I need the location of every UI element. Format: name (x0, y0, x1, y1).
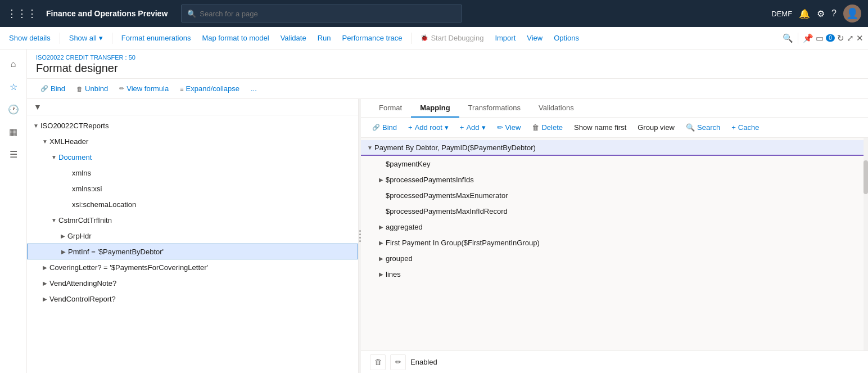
expand-icon[interactable]: ⤢ (847, 33, 854, 43)
right-tree-item-processedmax[interactable]: $processedPaymentsMaxEnumerator (361, 187, 868, 203)
refresh-icon[interactable]: ↻ (837, 33, 844, 43)
app-grid-icon[interactable]: ⋮⋮⋮ (7, 7, 37, 20)
tree-item-cstmr[interactable]: ▼ CstmrCdtTrfInitn (27, 212, 358, 228)
help-icon[interactable]: ? (831, 8, 837, 19)
run-button[interactable]: Run (313, 32, 336, 44)
tree-item-vendcontrol[interactable]: ▶ VendControlReport? (27, 291, 358, 307)
add-root-button[interactable]: + Add root ▾ (404, 121, 453, 134)
tree-item-xmlheader[interactable]: ▼ XMLHeader (27, 133, 358, 149)
tree-label-xmlns: xmlns (72, 169, 91, 177)
right-view-button[interactable]: ✏ View (492, 121, 526, 134)
tab-format[interactable]: Format (370, 99, 411, 118)
cache-button[interactable]: + Cache (727, 121, 763, 134)
unbind-button[interactable]: 🗑 Unbind (72, 82, 112, 95)
performance-trace-label: Performance trace (342, 34, 403, 42)
search-icon: 🔍 (187, 10, 196, 18)
tree-item-xsischema[interactable]: xsi:schemaLocation (27, 196, 358, 212)
view-formula-button[interactable]: ✏ View formula (115, 82, 173, 95)
settings-icon[interactable]: ⚙ (817, 8, 825, 19)
right-tree-item-firstpayment[interactable]: ▶ First Payment In Group($FirstPaymentIn… (361, 235, 868, 250)
tree-item-grphdr[interactable]: ▶ GrpHdr (27, 228, 358, 244)
tree-item-iso[interactable]: ▼ ISO20022CTReports (27, 118, 358, 133)
view-button[interactable]: View (522, 32, 547, 44)
import-button[interactable]: Import (490, 32, 520, 44)
show-name-first-button[interactable]: Show name first (569, 121, 631, 134)
star-icon[interactable]: ☆ (3, 77, 24, 97)
right-bind-label: Bind (382, 123, 397, 132)
map-format-label: Map format to model (202, 34, 269, 42)
tree-label-paymentkey: $paymentKey (386, 160, 431, 168)
import-label: Import (495, 34, 516, 42)
chevron-payment: ▼ (365, 143, 374, 152)
avatar[interactable]: 👤 (843, 5, 861, 23)
start-debugging-button[interactable]: 🐞 Start Debugging (416, 32, 488, 44)
right-tree-item-grouped[interactable]: ▶ grouped (361, 250, 868, 266)
group-view-button[interactable]: Group view (633, 121, 679, 134)
right-scrollbar[interactable] (864, 138, 868, 350)
delete-button[interactable]: 🗑 Delete (527, 121, 567, 134)
separator-2 (112, 33, 112, 44)
separator-3 (411, 33, 412, 44)
chevron-paymentkey (377, 159, 386, 168)
chevron-xmlns (63, 168, 72, 177)
show-all-label: Show all (69, 34, 97, 42)
tree-item-xmlnsxsi[interactable]: xmlns:xsi (27, 181, 358, 196)
tree-item-document[interactable]: ▼ Document (27, 149, 358, 165)
options-label: Options (554, 34, 579, 42)
tree-item-vendattend[interactable]: ▶ VendAttendingNote? (27, 275, 358, 291)
performance-trace-button[interactable]: Performance trace (338, 32, 407, 44)
tree-item-pmtinf[interactable]: ▶ PmtInf = '$PaymentByDebtor' (27, 244, 358, 259)
notification-icon[interactable]: 🔔 (799, 8, 810, 19)
view-label: View (527, 34, 542, 42)
page-title: Format designer (36, 62, 859, 78)
recent-icon[interactable]: 🕐 (3, 99, 24, 119)
close-icon[interactable]: ✕ (856, 33, 864, 43)
breadcrumb: ISO20022 CREDIT TRANSFER : 50 (36, 54, 859, 61)
filter-icon[interactable]: ▼ (34, 102, 42, 111)
search-icon-toolbar[interactable]: 🔍 (783, 33, 793, 43)
search-bar[interactable]: 🔍 (181, 5, 462, 23)
right-tree-item-paymentkey[interactable]: $paymentKey (361, 156, 868, 172)
tree-item-covering[interactable]: ▶ CoveringLetter? = '$PaymentsForCoverin… (27, 259, 358, 275)
tab-transformations[interactable]: Transformations (459, 99, 530, 118)
run-label: Run (318, 34, 331, 42)
search-button[interactable]: 🔍 Search (681, 121, 725, 134)
list-icon[interactable]: ☰ (3, 144, 24, 164)
pin-icon[interactable]: 📌 (803, 33, 813, 43)
right-tree-item-processedids[interactable]: ▶ $processedPaymentsInfIds (361, 172, 868, 187)
chevron-lines: ▶ (377, 269, 386, 278)
tree-label-vendcontrol: VendControlReport? (49, 295, 116, 303)
tree-label-processedids: $processedPaymentsInfIds (386, 176, 474, 184)
show-all-button[interactable]: Show all ▾ (65, 32, 107, 44)
tree-item-xmlns[interactable]: xmlns (27, 165, 358, 181)
show-details-button[interactable]: Show details (4, 32, 55, 44)
format-enumerations-button[interactable]: Format enumerations (117, 32, 196, 44)
chevron-processedrecord (377, 206, 386, 215)
right-tree-item-lines[interactable]: ▶ lines (361, 266, 868, 282)
edit-status-button[interactable]: ✏ (390, 354, 406, 370)
show-all-dropdown-icon: ▾ (99, 34, 103, 42)
search-input[interactable] (200, 10, 456, 18)
right-tree-item-payment[interactable]: ▼ Payment By Debtor, PaymID($PaymentByDe… (361, 140, 868, 156)
right-tree-item-aggregated[interactable]: ▶ aggregated (361, 219, 868, 235)
expand-collapse-button[interactable]: ≡ Expand/collapse (175, 82, 244, 95)
unbind-label: Unbind (85, 84, 108, 93)
chevron-xmlnsxsi (63, 184, 72, 193)
options-button[interactable]: Options (549, 32, 584, 44)
right-tree-item-processedrecord[interactable]: $processedPaymentsMaxInfIdRecord (361, 203, 868, 219)
calendar-icon[interactable]: ▦ (3, 122, 24, 142)
more-button[interactable]: ... (246, 82, 261, 95)
validate-button[interactable]: Validate (276, 32, 311, 44)
panel-icon[interactable]: ▭ (816, 33, 824, 43)
status-bar: 🗑 ✏ Enabled (361, 350, 868, 373)
home-icon[interactable]: ⌂ (3, 54, 24, 74)
map-format-button[interactable]: Map format to model (197, 32, 273, 44)
tree-label-xmlnsxsi: xmlns:xsi (72, 185, 102, 193)
delete-status-button[interactable]: 🗑 (370, 354, 386, 370)
right-bind-button[interactable]: 🔗 Bind (368, 121, 401, 134)
tab-mapping[interactable]: Mapping (411, 99, 459, 118)
add-button[interactable]: + Add ▾ (455, 121, 490, 134)
tree-label-grphdr: GrpHdr (67, 232, 92, 240)
tab-validations[interactable]: Validations (530, 99, 583, 118)
bind-action-button[interactable]: 🔗 Bind (36, 82, 70, 95)
